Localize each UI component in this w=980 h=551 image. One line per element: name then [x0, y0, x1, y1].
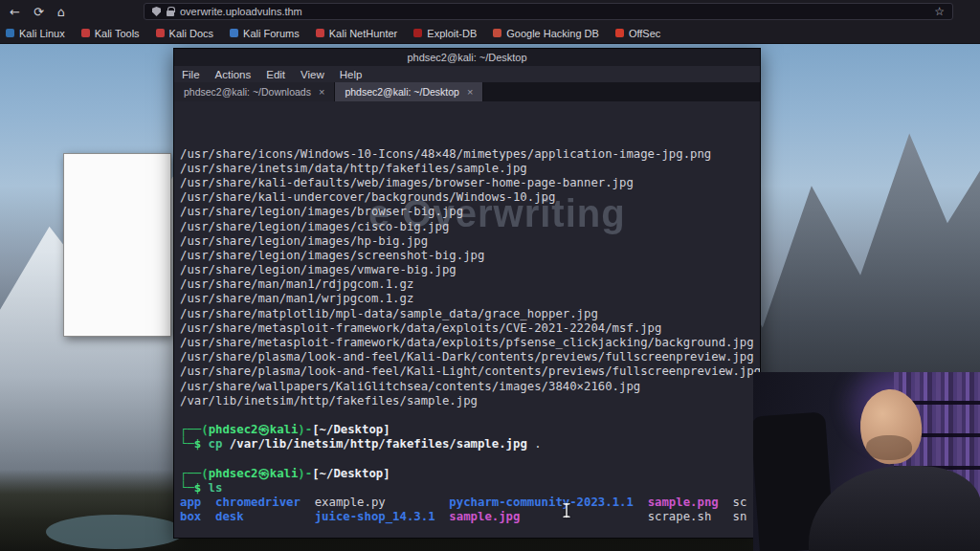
- terminal-line: ┌──(phdsec2㉿kali)-[~/Desktop]: [180, 467, 760, 481]
- tab-label: phdsec2@kali: ~/Desktop: [345, 86, 459, 98]
- tab-close-icon[interactable]: ×: [467, 86, 473, 98]
- bookmark-label: Kali NetHunter: [329, 28, 398, 39]
- terminal-line: └─$ ls: [180, 481, 760, 496]
- terminal-tab-1[interactable]: phdsec2@kali: ~/Desktop×: [335, 82, 483, 101]
- tab-label: phdsec2@kali: ~/Downloads: [184, 86, 311, 98]
- terminal-titlebar[interactable]: phdsec2@kali: ~/Desktop: [174, 49, 760, 66]
- terminal-line: /usr/share/inetsim/data/http/fakefiles/s…: [180, 162, 760, 176]
- bookmark-star-icon[interactable]: ☆: [934, 5, 945, 18]
- terminal-title: phdsec2@kali: ~/Desktop: [407, 52, 526, 63]
- bookmark-label: Kali Docs: [169, 28, 213, 39]
- bookmark-exploit-db[interactable]: Exploit-DB: [413, 28, 477, 39]
- terminal-line: /usr/share/metasploit-framework/data/exp…: [180, 321, 760, 336]
- person-torso: [809, 466, 980, 551]
- bookmark-google-hacking-db[interactable]: Google Hacking DB: [493, 28, 599, 39]
- terminal-line: [180, 408, 760, 423]
- page-white-panel: [63, 153, 171, 337]
- terminal-line: app chromedriver example.py pycharm-comm…: [180, 496, 760, 510]
- terminal-line: [180, 452, 760, 467]
- lock-icon: [167, 11, 174, 16]
- bookmark-label: Kali Forums: [243, 28, 300, 39]
- favicon-icon: [156, 29, 165, 37]
- terminal-line: /usr/share/metasploit-framework/data/exp…: [180, 336, 760, 350]
- bookmark-label: OffSec: [629, 28, 660, 39]
- lake: [46, 515, 185, 549]
- bookmark-label: Kali Tools: [95, 28, 140, 39]
- terminal-output[interactable]: e Overwriting /usr/share/icons/Windows-1…: [174, 101, 760, 538]
- terminal-menubar: FileActionsEditViewHelp: [174, 66, 760, 82]
- back-icon[interactable]: ←: [10, 5, 20, 19]
- terminal-line: └─$ cp /var/lib/inetsim/http/fakefiles/s…: [180, 437, 760, 452]
- bookmark-kali-nethunter[interactable]: Kali NetHunter: [316, 28, 398, 39]
- terminal-line: /usr/share/kali-defaults/web/images/brow…: [180, 176, 760, 190]
- terminal-line: /usr/share/plasma/look-and-feel/Kali-Lig…: [180, 364, 760, 379]
- favicon-icon: [316, 29, 324, 37]
- person-beard: [866, 435, 912, 460]
- bookmark-kali-tools[interactable]: Kali Tools: [81, 28, 140, 39]
- terminal-tab-0[interactable]: phdsec2@kali: ~/Downloads×: [174, 82, 335, 101]
- bookmark-label: Kali Linux: [19, 28, 65, 39]
- terminal-line: /usr/share/man/man1/wrjpgcom.1.gz: [180, 292, 760, 306]
- favicon-icon: [413, 29, 422, 37]
- terminal-line: /usr/share/icons/Windows-10-Icons/48×48/…: [180, 147, 760, 162]
- home-icon[interactable]: ⌂: [57, 5, 65, 19]
- bookmark-kali-linux[interactable]: Kali Linux: [6, 28, 65, 39]
- terminal-line: /usr/share/wallpapers/KaliGlitchsea/cont…: [180, 380, 760, 394]
- terminal-line: ┌──(phdsec2㉿kali)-[~/Desktop]: [180, 423, 760, 437]
- url-text: overwrite.uploadvulns.thm: [180, 6, 302, 17]
- reload-icon[interactable]: ⟳: [33, 5, 44, 19]
- bookmark-kali-docs[interactable]: Kali Docs: [156, 28, 213, 39]
- webcam-overlay: [753, 372, 980, 551]
- bookmark-label: Exploit-DB: [427, 28, 477, 39]
- bookmark-label: Google Hacking DB: [506, 28, 599, 39]
- terminal-window[interactable]: phdsec2@kali: ~/Desktop FileActionsEditV…: [173, 48, 761, 539]
- terminal-tabbar: phdsec2@kali: ~/Downloads×phdsec2@kali: …: [174, 82, 760, 101]
- favicon-icon: [6, 29, 14, 37]
- shield-icon: [152, 7, 161, 16]
- menu-item-actions[interactable]: Actions: [208, 69, 259, 80]
- terminal-line: /usr/share/kali-undercover/backgrounds/W…: [180, 190, 760, 205]
- terminal-line: /usr/share/legion/images/screenshot-big.…: [180, 249, 760, 263]
- terminal-line: /usr/share/matplotlib/mpl-data/sample_da…: [180, 307, 760, 321]
- terminal-line: /usr/share/legion/images/cisco-big.jpg: [180, 220, 760, 234]
- menu-item-file[interactable]: File: [174, 69, 208, 80]
- menu-item-view[interactable]: View: [293, 69, 332, 80]
- menu-item-help[interactable]: Help: [332, 69, 370, 80]
- bookmark-kali-forums[interactable]: Kali Forums: [230, 28, 300, 39]
- browser-toolbar: ← ⟳ ⌂ overwrite.uploadvulns.thm ☆: [0, 0, 980, 23]
- terminal-line: /usr/share/legion/images/vmware-big.jpg: [180, 263, 760, 277]
- terminal-line: /usr/share/legion/images/hp-big.jpg: [180, 234, 760, 249]
- terminal-line: /var/lib/inetsim/http/fakefiles/sample.j…: [180, 394, 760, 408]
- favicon-icon: [615, 29, 624, 37]
- bookmarks-bar: Kali LinuxKali ToolsKali DocsKali Forums…: [0, 23, 980, 44]
- terminal-line: [180, 524, 760, 538]
- favicon-icon: [81, 29, 90, 37]
- url-bar[interactable]: overwrite.uploadvulns.thm ☆: [144, 3, 953, 20]
- screen: ← ⟳ ⌂ overwrite.uploadvulns.thm ☆ Kali L…: [0, 0, 980, 551]
- terminal-line: /usr/share/legion/images/browser-big.jpg: [180, 205, 760, 219]
- bookmark-offsec[interactable]: OffSec: [615, 28, 660, 39]
- menu-item-edit[interactable]: Edit: [258, 69, 293, 80]
- favicon-icon: [230, 29, 238, 37]
- text-cursor: [561, 502, 572, 522]
- terminal-line: box desk juice-shop_14.3.1 sample.jpg sc…: [180, 510, 760, 524]
- terminal-line: /usr/share/plasma/look-and-feel/Kali-Dar…: [180, 350, 760, 364]
- terminal-line: /usr/share/man/man1/rdjpgcom.1.gz: [180, 277, 760, 292]
- favicon-icon: [493, 29, 501, 37]
- tab-close-icon[interactable]: ×: [319, 86, 324, 98]
